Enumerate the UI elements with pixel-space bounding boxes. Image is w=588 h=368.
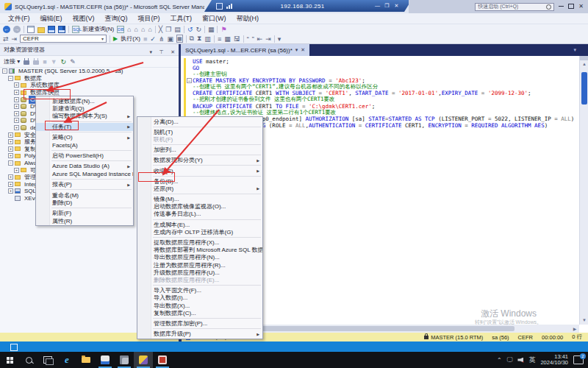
- vertical-scrollbar[interactable]: ▲ ▼: [579, 56, 588, 325]
- menubar-item-5[interactable]: 工具(T): [165, 13, 198, 24]
- expand-icon[interactable]: +: [14, 97, 19, 102]
- scroll-down-icon[interactable]: ▼: [580, 316, 588, 324]
- menubar-item-2[interactable]: 视图(V): [68, 13, 100, 24]
- display-tray-icon[interactable]: 🖵: [507, 356, 513, 364]
- collapse-icon[interactable]: −: [8, 76, 13, 81]
- specify-template-params-icon[interactable]: ⧉: [190, 35, 194, 43]
- context-menu-item[interactable]: Facets(A): [36, 141, 133, 149]
- volume-tray-icon[interactable]: [517, 358, 523, 363]
- tasks-submenu-item[interactable]: 管理数据库加密(P)...: [137, 319, 262, 327]
- expand-icon[interactable]: +: [14, 118, 19, 123]
- scroll-right-icon[interactable]: ▶: [570, 326, 579, 331]
- start-button[interactable]: [0, 352, 19, 368]
- navigate-back-icon[interactable]: ←: [3, 26, 10, 33]
- expand-icon[interactable]: +: [8, 139, 13, 144]
- context-menu-item[interactable]: Azure SQL Managed Instance link▶: [36, 170, 133, 177]
- disconnect-query-icon[interactable]: ⇥: [12, 35, 18, 43]
- tasks-submenu-item[interactable]: 导入数据(I)...: [137, 294, 262, 302]
- refresh-icon[interactable]: ↻: [61, 57, 67, 66]
- connect-button[interactable]: 连接 ▾: [4, 57, 20, 66]
- tasks-submenu-item[interactable]: 还原(R)▶: [137, 185, 262, 192]
- filter-icon[interactable]: ▼: [51, 58, 57, 66]
- activity-monitor-icon[interactable]: ▦: [208, 26, 215, 33]
- fold-collapse-icon[interactable]: −: [186, 77, 193, 84]
- display-estimated-plan-icon[interactable]: ⋔: [159, 35, 165, 43]
- tasks-submenu-item[interactable]: 生成脚本(E)...: [137, 221, 262, 228]
- new-query-button[interactable]: 新建查询(N): [82, 25, 114, 33]
- save-icon[interactable]: [48, 26, 55, 33]
- expand-icon[interactable]: +: [8, 132, 13, 138]
- save-all-icon[interactable]: [58, 26, 65, 33]
- tree-node[interactable]: +数据库快照: [0, 89, 179, 96]
- tasks-submenu-item[interactable]: 生成内存中 OLTP 迁移清单(G): [137, 228, 262, 236]
- context-menu-item[interactable]: 属性(R): [36, 217, 133, 224]
- context-menu-item[interactable]: 新建数据库(N)...: [36, 97, 133, 105]
- connect-query-icon[interactable]: ⇄: [3, 35, 9, 43]
- taskbar-search-button[interactable]: [19, 352, 38, 368]
- results-to-file-icon[interactable]: 🖫: [234, 35, 240, 43]
- app-button-4[interactable]: [153, 352, 172, 368]
- results-to-grid-icon[interactable]: ▦: [224, 35, 231, 43]
- mdx-query-icon[interactable]: ⌂: [135, 26, 138, 33]
- paste-icon[interactable]: ▤: [174, 26, 181, 33]
- notification-center-button[interactable]: 2: [573, 355, 584, 364]
- app-button-1[interactable]: [96, 352, 115, 368]
- context-menu-item[interactable]: 策略(O)▶: [36, 134, 133, 141]
- menubar-item-1[interactable]: 编辑(E): [35, 13, 68, 24]
- tasks-submenu-item[interactable]: 提取数据层应用程序(X)...: [137, 238, 262, 246]
- cancel-query-icon[interactable]: ■: [143, 35, 147, 43]
- tree-node[interactable]: −数据库: [0, 75, 179, 82]
- tasks-submenu-item[interactable]: 联机(F): [137, 135, 262, 143]
- tasks-submenu-item[interactable]: 启动数据库镜像监视器(O)...: [137, 203, 262, 210]
- context-menu-item[interactable]: 新建查询(Q): [36, 105, 133, 112]
- context-menu-item[interactable]: 删除(D): [36, 199, 133, 206]
- expand-icon[interactable]: +: [14, 104, 19, 109]
- script-icon[interactable]: ✎: [70, 58, 76, 66]
- ssms-taskbar-button[interactable]: [134, 352, 153, 368]
- internet-explorer-button[interactable]: e: [57, 352, 76, 368]
- tasks-submenu-item[interactable]: 脱机(T): [137, 128, 262, 135]
- context-menu-item[interactable]: 报表(P)▶: [36, 181, 133, 188]
- tasks-submenu-item[interactable]: 镜像(M)...: [137, 196, 262, 203]
- uncomment-icon[interactable]: ”: [252, 35, 254, 43]
- tray-expand-icon[interactable]: ⌃: [497, 357, 502, 364]
- expand-icon[interactable]: +: [8, 153, 13, 158]
- expand-icon[interactable]: +: [14, 82, 19, 88]
- navigate-forward-icon[interactable]: →: [13, 26, 21, 33]
- intellisense-icon[interactable]: ▦: [176, 35, 183, 43]
- toolbar-options-icon[interactable]: ▾: [278, 35, 282, 43]
- expand-icon[interactable]: +: [8, 182, 13, 187]
- context-menu-item[interactable]: 重命名(M): [36, 191, 133, 199]
- expand-icon[interactable]: +: [8, 146, 13, 152]
- connect-server-icon[interactable]: [24, 60, 29, 65]
- menubar-item-6[interactable]: 窗口(W): [197, 13, 232, 24]
- new-query-icon[interactable]: SQL: [72, 26, 79, 33]
- remote-taskbar-item[interactable]: [10, 344, 18, 351]
- document-tab[interactable]: SQLQuery1.sql - M...ER.CEFR (sa (56))* ▾…: [181, 44, 309, 56]
- tasks-submenu-item[interactable]: 导入平面文件(F)...: [137, 287, 262, 294]
- query-options-icon[interactable]: ▣: [167, 35, 173, 43]
- analysis-query-icon[interactable]: ⌂: [127, 26, 131, 33]
- tasks-submenu-item[interactable]: 导出数据(X)...: [137, 302, 262, 309]
- window-restore-button[interactable]: [568, 0, 574, 13]
- panel-menu-icon[interactable]: ▾: [150, 49, 153, 54]
- tasks-submenu-item[interactable]: 收缩(S)▶: [137, 167, 262, 174]
- execute-button[interactable]: 执行(X): [121, 35, 140, 43]
- collapse-icon[interactable]: −: [8, 160, 13, 166]
- tasks-submenu-item[interactable]: 导出数据层应用程序(N)...: [137, 254, 262, 261]
- tasks-submenu-item[interactable]: 将数据库部署到 Microsoft Azure SQL 数据库(A)...: [137, 247, 262, 254]
- dmx-query-icon[interactable]: ⌂: [141, 26, 145, 33]
- expand-icon[interactable]: +: [14, 90, 19, 95]
- tasks-submenu-item[interactable]: 传送事务日志(L)...: [137, 210, 262, 218]
- include-actual-plan-icon[interactable]: ⧗: [197, 35, 201, 43]
- rdp-minimize-button[interactable]: —: [373, 0, 382, 12]
- task-view-button[interactable]: [38, 352, 57, 368]
- context-menu-item[interactable]: 刷新(F): [36, 210, 133, 217]
- disconnect-server-icon[interactable]: [33, 60, 39, 65]
- rdp-pin-icon[interactable]: [216, 3, 223, 10]
- collapse-icon[interactable]: −: [2, 68, 7, 74]
- tasks-submenu-item[interactable]: 分离(D)...: [137, 118, 262, 125]
- tasks-submenu-item[interactable]: 数据库升级(P)▶: [137, 330, 262, 338]
- flag-icon[interactable]: ⚑: [220, 26, 226, 33]
- tab-close-icon[interactable]: ✕: [301, 47, 305, 53]
